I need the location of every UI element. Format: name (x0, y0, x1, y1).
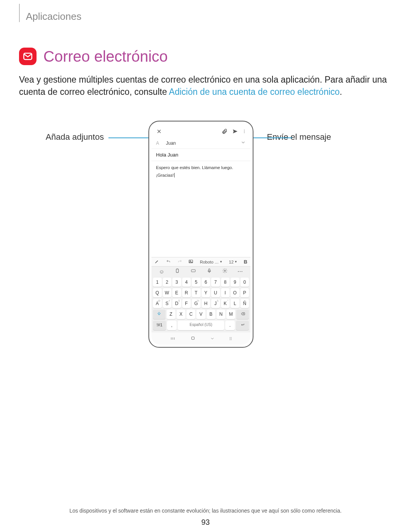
key-row-1: QWERTYUIOP (153, 288, 249, 297)
key-u[interactable]: U (211, 288, 220, 297)
key-s[interactable]: S# (163, 299, 172, 308)
key-v[interactable]: V (196, 310, 205, 319)
key-f[interactable]: F (182, 299, 191, 308)
key-e[interactable]: E (172, 288, 181, 297)
page-title: Correo electrónico (43, 48, 168, 65)
subject-field[interactable]: Hola Juan (151, 149, 250, 161)
key-r[interactable]: R (182, 288, 191, 297)
svg-point-3 (244, 133, 245, 133)
key-z[interactable]: Z (167, 310, 175, 319)
key-g[interactable]: G% (192, 299, 201, 308)
pen-icon[interactable] (155, 259, 159, 265)
callout-attach: Añada adjuntos (46, 132, 104, 142)
clipboard-icon[interactable] (175, 268, 180, 275)
svg-point-1 (244, 130, 245, 131)
period-key[interactable]: . (225, 321, 234, 330)
svg-point-5 (190, 261, 191, 262)
android-navbar: ⠿ (151, 332, 250, 345)
key-n[interactable]: N (217, 310, 225, 319)
body-line: Espero que estés bien. Llámame luego. (156, 164, 246, 172)
header-rule (19, 4, 20, 22)
email-app-icon (19, 48, 37, 65)
body-field[interactable]: Espero que estés bien. Llámame luego. ¡G… (151, 161, 250, 257)
key-0[interactable]: 0 (241, 278, 249, 287)
undo-icon[interactable] (166, 259, 171, 265)
chevron-down-icon[interactable] (241, 140, 246, 146)
home-icon[interactable] (190, 335, 196, 342)
attach-icon[interactable] (221, 128, 228, 135)
key-b[interactable]: B (207, 310, 215, 319)
keyboard: 1234567890 QWERTYUIOP A@S#D$FG%HJ&K*LÑ Z… (151, 276, 250, 332)
more-icon[interactable] (242, 128, 247, 135)
breadcrumb: Aplicaciones (26, 11, 388, 22)
font-picker[interactable]: Roboto … ▼ (200, 260, 222, 264)
kb-switch-icon[interactable]: ⠿ (229, 337, 232, 342)
key-ñ[interactable]: Ñ (241, 299, 249, 308)
key-i[interactable]: I (221, 288, 230, 297)
footnote: Los dispositivos y el software están en … (0, 508, 411, 514)
phone-frame: A Juan Hola Juan Espero que estés bien. … (148, 121, 253, 348)
key-p[interactable]: P (241, 288, 249, 297)
callout-send: Envíe el mensaje (267, 132, 331, 142)
key-c[interactable]: C (186, 310, 195, 319)
mic-icon[interactable] (207, 268, 212, 275)
svg-point-9 (224, 270, 226, 272)
key-row-num: 1234567890 (153, 278, 249, 287)
key-w[interactable]: W (163, 288, 172, 297)
key-k[interactable]: K* (221, 299, 230, 308)
keyboard-toolbar: ☺ ⋯ (151, 266, 250, 276)
close-icon[interactable] (155, 128, 163, 135)
recents-icon[interactable] (170, 335, 176, 342)
key-row-2: A@S#D$FG%HJ&K*LÑ (153, 299, 249, 308)
figure: Añada adjuntos Envíe el mensaje (19, 121, 388, 364)
key-j[interactable]: J& (211, 299, 220, 308)
key-6[interactable]: 6 (202, 278, 210, 287)
size-picker[interactable]: 12 ▼ (229, 260, 237, 264)
add-account-link[interactable]: Adición de una cuenta de correo electrón… (169, 87, 340, 97)
backspace-key[interactable] (236, 310, 249, 319)
key-3[interactable]: 3 (172, 278, 181, 287)
key-l[interactable]: L (231, 299, 239, 308)
send-icon[interactable] (231, 128, 239, 135)
enter-key[interactable] (236, 321, 249, 330)
space-key[interactable]: Español (US) (178, 321, 224, 330)
key-m[interactable]: M (226, 310, 235, 319)
hide-kb-icon[interactable] (210, 335, 215, 342)
comma-key[interactable]: , (167, 321, 176, 330)
svg-rect-10 (191, 337, 194, 340)
key-row-3: ZXCVBNM (153, 310, 249, 319)
key-o[interactable]: O (231, 288, 239, 297)
key-h[interactable]: H (202, 299, 210, 308)
redo-icon[interactable] (177, 259, 182, 265)
image-icon[interactable] (188, 259, 193, 265)
recipient-row[interactable]: A Juan (151, 137, 250, 149)
keyboard-mode-icon[interactable] (190, 268, 196, 275)
format-toolbar: Roboto … ▼ 12 ▼ B (151, 257, 250, 266)
svg-rect-8 (209, 269, 210, 271)
settings-icon[interactable] (222, 268, 228, 275)
key-y[interactable]: Y (202, 288, 210, 297)
key-t[interactable]: T (192, 288, 201, 297)
symbols-key[interactable]: !#1 (153, 321, 166, 330)
key-2[interactable]: 2 (163, 278, 172, 287)
key-7[interactable]: 7 (211, 278, 220, 287)
more-kb-icon[interactable]: ⋯ (237, 268, 243, 275)
key-8[interactable]: 8 (221, 278, 230, 287)
page-number: 93 (0, 518, 411, 527)
key-row-bottom: !#1 , Español (US) . (153, 321, 249, 330)
key-4[interactable]: 4 (182, 278, 191, 287)
key-x[interactable]: X (177, 310, 185, 319)
bold-button[interactable]: B (244, 259, 247, 265)
to-name: Juan (166, 141, 176, 146)
key-9[interactable]: 9 (231, 278, 239, 287)
emoji-icon[interactable]: ☺ (159, 268, 164, 275)
key-q[interactable]: Q (153, 288, 162, 297)
key-d[interactable]: D$ (172, 299, 181, 308)
key-1[interactable]: 1 (153, 278, 162, 287)
key-5[interactable]: 5 (192, 278, 201, 287)
key-a[interactable]: A@ (153, 299, 162, 308)
svg-point-2 (244, 131, 245, 132)
to-label: A (156, 141, 159, 146)
shift-key[interactable] (153, 310, 166, 319)
svg-rect-6 (176, 269, 178, 273)
